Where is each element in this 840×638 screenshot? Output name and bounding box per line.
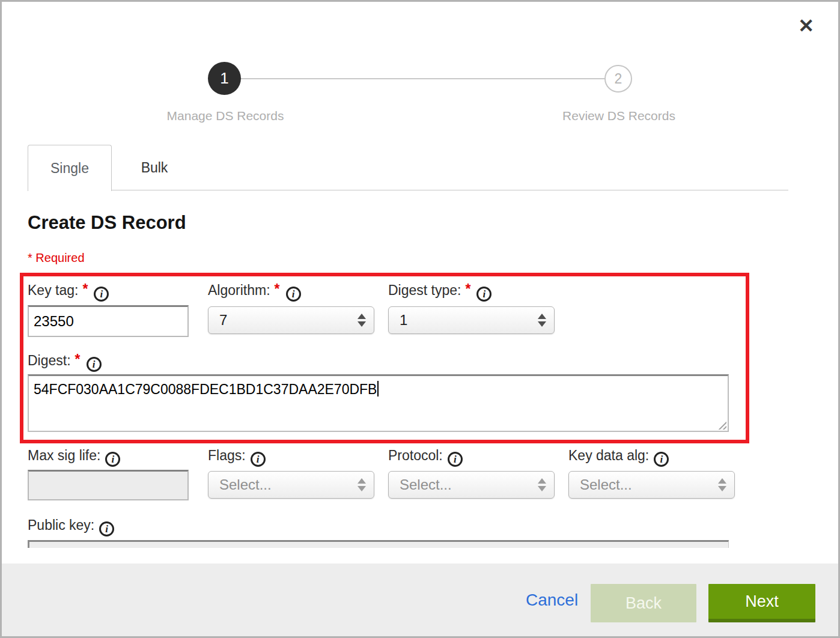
algorithm-label-text: Algorithm: bbox=[208, 282, 270, 298]
chevron-up-down-icon bbox=[358, 478, 366, 491]
tab-single[interactable]: Single bbox=[28, 145, 112, 191]
protocol-label-text: Protocol: bbox=[388, 448, 443, 463]
step-1-indicator: 1 bbox=[208, 62, 241, 95]
key-data-alg-selected-value: Select... bbox=[580, 476, 632, 493]
algorithm-select[interactable]: 7 bbox=[208, 306, 374, 334]
chevron-up-down-icon bbox=[358, 314, 366, 327]
chevron-up-down-icon bbox=[718, 478, 726, 491]
protocol-select[interactable]: Select... bbox=[388, 471, 555, 499]
required-asterisk: * bbox=[465, 281, 470, 297]
key-data-alg-label: Key data alg:i bbox=[568, 448, 669, 467]
page-title: Create DS Record bbox=[28, 212, 186, 234]
close-button[interactable]: ✕ bbox=[798, 16, 814, 35]
max-sig-life-label-text: Max sig life: bbox=[28, 448, 100, 463]
public-key-label-text: Public key: bbox=[28, 517, 94, 533]
key-tag-input[interactable]: 23550 bbox=[28, 305, 189, 337]
chevron-up-down-icon bbox=[538, 314, 546, 327]
digest-type-select[interactable]: 1 bbox=[388, 306, 555, 334]
public-key-label: Public key:i bbox=[28, 517, 114, 536]
flags-selected-value: Select... bbox=[219, 476, 272, 493]
tab-bar-underline bbox=[28, 190, 788, 190]
tab-bulk[interactable]: Bulk bbox=[112, 145, 196, 191]
info-icon[interactable]: i bbox=[94, 287, 109, 302]
info-icon[interactable]: i bbox=[286, 287, 301, 302]
max-sig-life-label: Max sig life:i bbox=[28, 448, 120, 467]
modal-footer: Cancel Back Next bbox=[2, 564, 838, 636]
step-1-label: Manage DS Records bbox=[117, 109, 333, 123]
text-cursor bbox=[377, 381, 379, 396]
close-icon: ✕ bbox=[798, 15, 814, 37]
algorithm-selected-value: 7 bbox=[219, 312, 227, 328]
protocol-label: Protocol:i bbox=[388, 448, 463, 467]
required-asterisk: * bbox=[82, 281, 88, 297]
chevron-up-down-icon bbox=[538, 478, 546, 491]
key-tag-label: Key tag:*i bbox=[28, 282, 109, 302]
protocol-selected-value: Select... bbox=[400, 476, 452, 493]
public-key-textarea[interactable] bbox=[28, 540, 729, 548]
key-data-alg-select[interactable]: Select... bbox=[568, 471, 735, 499]
key-tag-label-text: Key tag: bbox=[28, 282, 78, 298]
required-note: * Required bbox=[28, 251, 85, 265]
info-icon[interactable]: i bbox=[87, 357, 102, 372]
back-button[interactable]: Back bbox=[591, 584, 696, 622]
info-icon[interactable]: i bbox=[476, 287, 492, 302]
algorithm-label: Algorithm:*i bbox=[208, 282, 301, 302]
digest-type-label: Digest type:*i bbox=[388, 282, 492, 302]
flags-label: Flags:i bbox=[208, 448, 266, 467]
max-sig-life-input[interactable] bbox=[28, 470, 189, 500]
info-icon[interactable]: i bbox=[105, 452, 120, 467]
required-asterisk: * bbox=[275, 281, 280, 297]
required-asterisk: * bbox=[75, 351, 81, 367]
digest-textarea[interactable]: 54FCF030AA1C79C0088FDEC1BD1C37DAA2E70DFB bbox=[28, 374, 729, 432]
next-button[interactable]: Next bbox=[708, 584, 815, 622]
digest-type-selected-value: 1 bbox=[400, 312, 407, 328]
info-icon[interactable]: i bbox=[251, 452, 266, 467]
flags-label-text: Flags: bbox=[208, 448, 246, 463]
flags-select[interactable]: Select... bbox=[208, 471, 374, 499]
step-2-indicator: 2 bbox=[604, 65, 632, 93]
info-icon[interactable]: i bbox=[654, 452, 669, 467]
info-icon[interactable]: i bbox=[99, 521, 114, 536]
cancel-link[interactable]: Cancel bbox=[526, 564, 578, 636]
key-tag-value: 23550 bbox=[34, 313, 74, 330]
digest-type-label-text: Digest type: bbox=[388, 282, 461, 298]
key-data-alg-label-text: Key data alg: bbox=[568, 448, 649, 463]
step-2-label: Review DS Records bbox=[511, 109, 727, 123]
digest-label-text: Digest: bbox=[28, 353, 71, 368]
digest-label: Digest:*i bbox=[28, 353, 102, 372]
create-ds-record-modal: ✕ 1 2 Manage DS Records Review DS Record… bbox=[0, 0, 840, 638]
stepper-connector bbox=[241, 78, 606, 79]
info-icon[interactable]: i bbox=[448, 452, 463, 467]
digest-value: 54FCF030AA1C79C0088FDEC1BD1C37DAA2E70DFB bbox=[34, 381, 377, 397]
resize-handle-icon[interactable] bbox=[717, 420, 726, 430]
